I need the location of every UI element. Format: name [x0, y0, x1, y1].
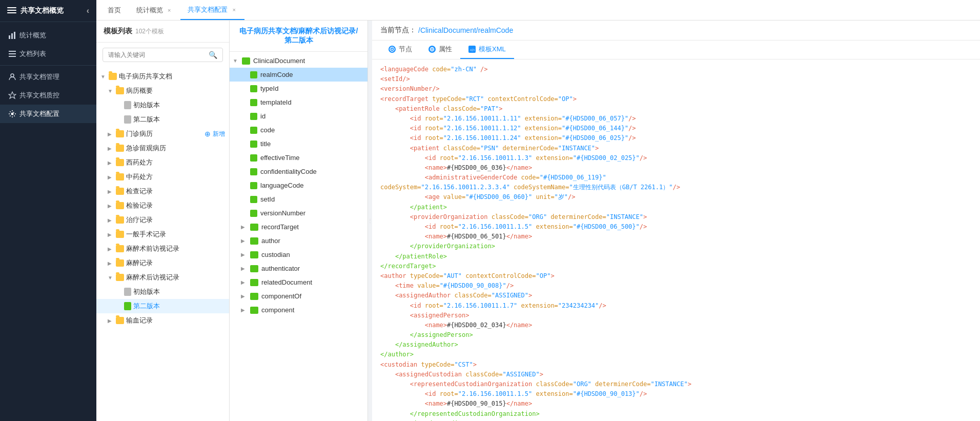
sidebar-item-stats[interactable]: 统计概览	[0, 26, 96, 45]
tree-node-jiancha[interactable]: ▶ 检查记录	[96, 184, 229, 198]
node-title[interactable]: ▶ title	[230, 137, 368, 151]
tree-node-jizhen[interactable]: ▶ 门诊病历 ⊕ 新增	[96, 127, 229, 141]
chevron-right-icon: ▶	[108, 131, 114, 137]
sidebar-item-doclist[interactable]: 文档列表	[0, 45, 96, 63]
tab-home[interactable]: 首页	[100, 0, 128, 20]
tree-node-label: 病历概要	[126, 86, 153, 95]
tree-node-jianyan[interactable]: ▶ 检验记录	[96, 198, 229, 213]
sidebar-item-config[interactable]: 共享文档配置	[0, 105, 96, 123]
tree-node-label: 西药处方	[126, 158, 153, 167]
tree-node-mazui[interactable]: ▶ 麻醉记录	[96, 256, 229, 270]
tree-node-xiyao[interactable]: ▶ 西药处方	[96, 155, 229, 170]
node-templateId[interactable]: ▶ templateId	[230, 95, 368, 109]
tree-node-yiban[interactable]: ▶ 一般手术记录	[96, 227, 229, 242]
node-author[interactable]: ▶ author	[230, 234, 368, 248]
node-effectiveTime[interactable]: ▶ effectiveTime	[230, 151, 368, 165]
node-icon	[250, 154, 257, 162]
node-confidentialityCode[interactable]: ▶ confidentialityCode	[230, 165, 368, 178]
node-authenticator[interactable]: ▶ authenticator	[230, 262, 368, 275]
sidebar-item-manage[interactable]: 共享文档管理	[0, 68, 96, 86]
chevron-right-icon: ▶	[241, 307, 247, 313]
xml-line: <author typeCode="AUT" contextControlCod…	[380, 271, 972, 281]
tree-node-binglichaize[interactable]: ▼ 病历概要	[96, 84, 229, 98]
attr-tab-icon	[428, 46, 436, 53]
chevron-right-icon: ▶	[241, 224, 247, 230]
node-label: effectiveTime	[260, 154, 300, 162]
xml-line: <assignedCustodian classCode="ASSIGNED">	[380, 370, 972, 379]
node-recordTarget[interactable]: ▶ recordTarget	[230, 220, 368, 234]
file-green-icon	[124, 302, 131, 310]
tree-node-label: 治疗记录	[126, 215, 153, 225]
xml-line: <assignedPerson>	[380, 311, 972, 320]
search-box[interactable]: 🔍	[103, 48, 223, 62]
node-setId[interactable]: ▶ setId	[230, 192, 368, 206]
tab-config-close[interactable]: ×	[231, 6, 237, 13]
folder-icon	[250, 237, 258, 245]
tab-config[interactable]: 共享文档配置 ×	[180, 0, 244, 20]
xml-line: <name>#{HDSD00_06_501}</name>	[380, 232, 972, 242]
node-componentOf[interactable]: ▶ componentOf	[230, 289, 368, 303]
xml-line: <age value="#{HDSD00_06_060}" unit="岁"/>	[380, 192, 972, 202]
right-tab-attr[interactable]: 属性	[420, 41, 460, 59]
folder-icon	[116, 259, 124, 267]
node-icon	[250, 210, 257, 217]
folder-open-icon	[116, 87, 124, 94]
folder-icon	[116, 188, 124, 195]
right-tab-node[interactable]: 节点	[380, 41, 420, 59]
tab-stats[interactable]: 统计概览 ×	[129, 0, 179, 20]
node-label: ClinicalDocument	[253, 57, 305, 65]
tab-stats-close[interactable]: ×	[166, 7, 172, 14]
sidebar-item-label: 共享文档管理	[19, 72, 59, 82]
tree-node-shuxue[interactable]: ▶ 输血记录	[96, 313, 229, 328]
tree-node-emr[interactable]: ▼ 电子病历共享文档	[96, 69, 229, 84]
tree-node-di2ban[interactable]: ▶ 第二版本	[96, 112, 229, 127]
chevron-right-icon: ▶	[108, 146, 114, 151]
manage-icon	[8, 73, 16, 81]
sidebar-collapse-icon[interactable]: ‹	[87, 6, 89, 15]
node-root[interactable]: ▼ ClinicalDocument	[230, 54, 368, 68]
chevron-down-icon: ▼	[100, 74, 107, 79]
node-versionNumber[interactable]: ▶ versionNumber	[230, 206, 368, 220]
node-label: author	[261, 237, 280, 245]
node-realmCode[interactable]: ▶ realmCode	[230, 68, 368, 82]
tree-node-zhongyao[interactable]: ▶ 中药处方	[96, 170, 229, 184]
xml-line: <patient classCode="PSN" determinerCode=…	[380, 144, 972, 153]
tree-node-mazuihou[interactable]: ▼ 麻醉术后访视记录	[96, 270, 229, 285]
sidebar-item-label: 文档列表	[19, 49, 46, 58]
xml-line: <id root="2.16.156.10011.1.24" extension…	[380, 133, 972, 143]
sidebar-item-quality[interactable]: 共享文档质控	[0, 86, 96, 105]
tree-node-di2ban2[interactable]: ▶ 第二版本	[96, 299, 229, 313]
tree-node-label: 第二版本	[133, 302, 160, 311]
tree-node-zhiliao[interactable]: ▶ 治疗记录	[96, 213, 229, 227]
node-relatedDocument[interactable]: ▶ relatedDocument	[230, 275, 368, 289]
tree-node-jizheliuguan[interactable]: ▶ 急诊留观病历	[96, 141, 229, 155]
node-languageCode[interactable]: ▶ languageCode	[230, 178, 368, 192]
node-id[interactable]: ▶ id	[230, 109, 368, 123]
right-tab-xml[interactable]: </> 模板XML	[460, 41, 514, 59]
node-component[interactable]: ▶ component	[230, 303, 368, 317]
resize-handle[interactable]: ⋮	[368, 21, 372, 421]
folder-icon	[116, 159, 124, 166]
xml-line: <id root="2.16.156.10011.1.11" extension…	[380, 114, 972, 124]
chevron-right-icon: ▶	[108, 189, 114, 194]
sidebar-item-label: 统计概览	[19, 31, 46, 40]
tree-node-label: 检验记录	[126, 201, 153, 210]
file-gray-icon	[124, 115, 131, 124]
template-list-header: 模板列表 102个模板	[96, 21, 229, 43]
tree-node-chushi[interactable]: ▶ 初始版本	[96, 98, 229, 112]
node-label: recordTarget	[261, 223, 299, 231]
tree-node-chushi2[interactable]: ▶ 初始版本	[96, 285, 229, 299]
xml-line: </assignedPerson>	[380, 330, 972, 340]
node-custodian[interactable]: ▶ custodian	[230, 248, 368, 262]
tree-node-mazuiqian[interactable]: ▶ 麻醉术前访视记录	[96, 242, 229, 256]
tab-stats-label: 统计概览	[136, 6, 163, 15]
sidebar-item-label: 共享文档质控	[19, 91, 59, 100]
search-input[interactable]	[108, 51, 206, 58]
right-panel-header: 当前节点： /ClinicalDocument/realmCode	[372, 21, 980, 41]
node-code[interactable]: ▶ code	[230, 123, 368, 137]
file-gray-icon	[124, 288, 131, 296]
xml-tab-icon: </>	[468, 46, 476, 53]
sidebar-header[interactable]: 共享文档概览 ‹	[0, 0, 96, 22]
node-typeId[interactable]: ▶ typeId	[230, 82, 368, 95]
svg-point-9	[392, 49, 393, 50]
